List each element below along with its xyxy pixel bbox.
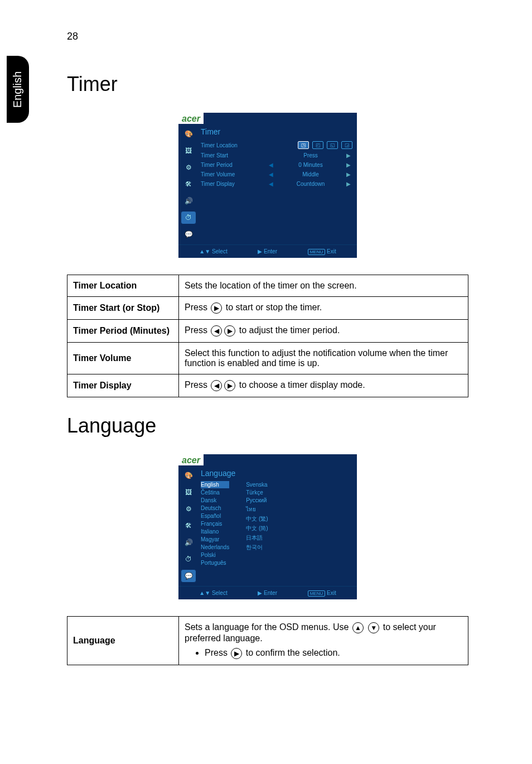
left-arrow-icon: ◀ bbox=[211, 325, 222, 337]
table-row: Timer Display Press ◀▶ to choose a timer… bbox=[67, 374, 468, 397]
osd-row-label: Timer Volume bbox=[201, 171, 257, 177]
lang-option[interactable]: Nederlands bbox=[201, 544, 229, 551]
lang-option[interactable]: ไทย bbox=[246, 504, 268, 514]
osd-tab-management[interactable]: ⚙ bbox=[181, 161, 196, 174]
row-desc: Press ▶ to start or stop the timer. bbox=[179, 297, 468, 320]
language-osd-screenshot: acer 🎨 🖼 ⚙ 🛠 🔊 ⏱ 💬 Language English Češt… bbox=[178, 454, 357, 599]
osd-row-timer-display[interactable]: Timer Display ◀ Countdown ▶ bbox=[201, 179, 352, 189]
footer-exit: MENU Exit bbox=[308, 248, 336, 254]
right-arrow-icon: ▶ bbox=[224, 325, 235, 337]
loc-topleft-icon: ◳ bbox=[298, 141, 309, 149]
lang-col-2: Svenska Türkçe Русский ไทย 中文 (繁) 中文 (简)… bbox=[246, 481, 268, 566]
right-arrow-icon: ▶ bbox=[231, 648, 242, 659]
osd-tab-audio[interactable]: 🔊 bbox=[181, 536, 196, 549]
osd-tab-image[interactable]: 🖼 bbox=[181, 486, 196, 499]
loc-bottomleft-icon: ◱ bbox=[327, 141, 338, 149]
footer-exit: MENU Exit bbox=[308, 590, 336, 596]
osd-tab-management[interactable]: ⚙ bbox=[181, 502, 196, 516]
footer-enter: ▶ Enter bbox=[258, 590, 277, 596]
osd-tab-color[interactable]: 🎨 bbox=[181, 127, 196, 141]
osd-title: Language bbox=[201, 469, 352, 478]
right-arrow-icon: ▶ bbox=[345, 171, 352, 177]
osd-side-tabs: 🎨 🖼 ⚙ 🛠 🔊 ⏱ 💬 bbox=[178, 124, 199, 244]
osd-tab-image[interactable]: 🖼 bbox=[181, 144, 196, 157]
timer-osd-screenshot: acer 🎨 🖼 ⚙ 🛠 🔊 ⏱ 💬 Timer Timer Location … bbox=[178, 113, 357, 258]
osd-row-value: Middle bbox=[286, 171, 336, 177]
osd-tab-audio[interactable]: 🔊 bbox=[181, 194, 196, 208]
lang-option[interactable]: 日本語 bbox=[246, 534, 268, 542]
language-side-tab: English bbox=[7, 56, 29, 123]
lang-option[interactable]: Português bbox=[201, 559, 229, 566]
lang-option[interactable]: Français bbox=[201, 520, 229, 527]
osd-tab-language[interactable]: 💬 bbox=[181, 228, 196, 241]
osd-row-label: Timer Display bbox=[201, 181, 257, 187]
row-label: Timer Start (or Stop) bbox=[67, 297, 179, 320]
row-desc: Select this function to adjust the notif… bbox=[179, 343, 468, 374]
lang-option[interactable]: Čeština bbox=[201, 489, 229, 496]
osd-row-value: Press bbox=[286, 152, 336, 158]
table-row: Language Sets a language for the OSD men… bbox=[67, 617, 468, 665]
loc-topright-icon: ◰ bbox=[312, 141, 323, 149]
lang-option[interactable]: Русский bbox=[246, 497, 268, 504]
row-label: Timer Location bbox=[67, 275, 179, 297]
lang-option[interactable]: Polski bbox=[201, 551, 229, 559]
osd-row-label: Timer Start bbox=[201, 152, 257, 158]
lang-option[interactable]: Magyar bbox=[201, 536, 229, 543]
table-row: Timer Period (Minutes) Press ◀▶ to adjus… bbox=[67, 320, 468, 343]
up-arrow-icon: ▲ bbox=[352, 622, 364, 633]
lang-option[interactable]: Dansk bbox=[201, 497, 229, 504]
footer-enter: ▶ Enter bbox=[258, 248, 277, 254]
table-row: Timer Volume Select this function to adj… bbox=[67, 343, 468, 374]
right-arrow-icon: ▶ bbox=[224, 380, 235, 391]
down-arrow-icon: ▼ bbox=[368, 622, 379, 633]
lang-option[interactable]: Deutsch bbox=[201, 504, 229, 512]
osd-tab-setting[interactable]: 🛠 bbox=[181, 177, 196, 191]
acer-logo: acer bbox=[178, 454, 204, 465]
lang-option[interactable]: Español bbox=[201, 512, 229, 520]
osd-row-label: Timer Location bbox=[201, 142, 257, 148]
acer-logo: acer bbox=[178, 113, 204, 124]
lang-option[interactable]: 中文 (简) bbox=[246, 524, 268, 533]
osd-row-label: Timer Period bbox=[201, 162, 257, 168]
lang-option[interactable]: 한국어 bbox=[246, 543, 268, 552]
lang-option[interactable]: English bbox=[201, 481, 229, 488]
lang-option[interactable]: Svenska bbox=[246, 481, 268, 488]
osd-row-timer-location[interactable]: Timer Location ◳ ◰ ◱ ◲ bbox=[201, 140, 352, 151]
right-arrow-icon: ▶ bbox=[211, 302, 222, 314]
lang-option[interactable]: Italiano bbox=[201, 528, 229, 535]
row-label: Timer Period (Minutes) bbox=[67, 320, 179, 343]
language-heading: Language bbox=[67, 414, 468, 438]
osd-tab-color[interactable]: 🎨 bbox=[181, 469, 196, 482]
row-label: Language bbox=[67, 617, 179, 665]
osd-tab-language[interactable]: 💬 bbox=[181, 569, 196, 583]
right-arrow-icon: ▶ bbox=[345, 181, 352, 187]
osd-footer: ▲▼ Select ▶ Enter MENU Exit bbox=[178, 586, 357, 599]
left-arrow-icon: ◀ bbox=[265, 181, 277, 187]
row-desc: Press ◀▶ to choose a timer display mode. bbox=[179, 374, 468, 397]
bullet-item: Press ▶ to confirm the selection. bbox=[205, 648, 462, 659]
language-doc-table: Language Sets a language for the OSD men… bbox=[67, 616, 468, 665]
osd-row-timer-start[interactable]: Timer Start Press ▶ bbox=[201, 151, 352, 160]
footer-select: ▲▼ Select bbox=[199, 590, 227, 596]
timer-doc-table: Timer Location Sets the location of the … bbox=[67, 275, 468, 397]
osd-tab-timer[interactable]: ⏱ bbox=[181, 552, 196, 566]
timer-heading: Timer bbox=[67, 73, 468, 96]
right-arrow-icon: ▶ bbox=[345, 152, 352, 158]
footer-select: ▲▼ Select bbox=[199, 248, 227, 254]
row-desc: Sets the location of the timer on the sc… bbox=[179, 275, 468, 297]
osd-row-value: Countdown bbox=[286, 181, 336, 187]
osd-tab-setting[interactable]: 🛠 bbox=[181, 519, 196, 532]
lang-option[interactable]: 中文 (繁) bbox=[246, 515, 268, 523]
page-content: Timer acer 🎨 🖼 ⚙ 🛠 🔊 ⏱ 💬 Timer Timer Loc… bbox=[67, 56, 468, 665]
table-row: Timer Start (or Stop) Press ▶ to start o… bbox=[67, 297, 468, 320]
osd-row-value: 0 Minutes bbox=[286, 162, 336, 168]
osd-tab-timer[interactable]: ⏱ bbox=[181, 211, 196, 224]
lang-option[interactable]: Türkçe bbox=[246, 489, 268, 496]
row-desc: Sets a language for the OSD menus. Use ▲… bbox=[179, 617, 468, 665]
row-desc: Press ◀▶ to adjust the timer period. bbox=[179, 320, 468, 343]
table-row: Timer Location Sets the location of the … bbox=[67, 275, 468, 297]
row-label: Timer Display bbox=[67, 374, 179, 397]
osd-row-timer-volume[interactable]: Timer Volume ◀ Middle ▶ bbox=[201, 170, 352, 179]
osd-row-timer-period[interactable]: Timer Period ◀ 0 Minutes ▶ bbox=[201, 160, 352, 170]
osd-footer: ▲▼ Select ▶ Enter MENU Exit bbox=[178, 244, 357, 258]
